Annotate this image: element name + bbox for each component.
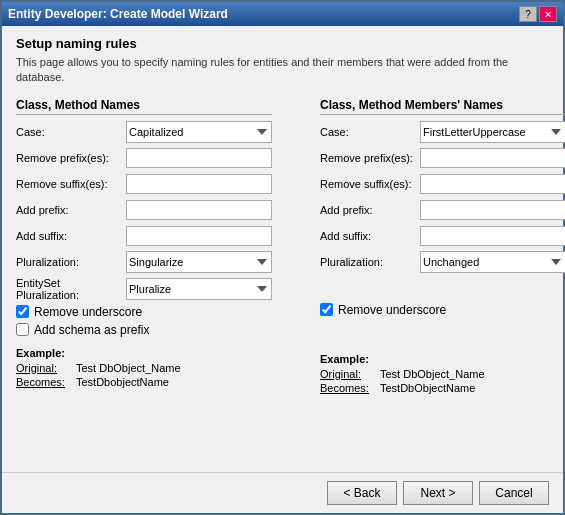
left-column-title: Class, Method Names (16, 98, 272, 115)
left-remove-prefix-label: Remove prefix(es): (16, 152, 126, 164)
left-remove-prefix-row: Remove prefix(es): (16, 147, 272, 169)
right-remove-underscore-label[interactable]: Remove underscore (338, 303, 446, 317)
right-remove-suffix-label: Remove suffix(es): (320, 178, 420, 190)
content-area: Setup naming rules This page allows you … (2, 26, 563, 472)
right-pluralization-select[interactable]: Unchanged Singularize Pluralize (420, 251, 565, 273)
right-add-suffix-label: Add suffix: (320, 230, 420, 242)
right-column-title: Class, Method Members' Names (320, 98, 565, 115)
right-remove-suffix-input[interactable] (420, 174, 565, 194)
right-add-prefix-input[interactable] (420, 200, 565, 220)
back-button[interactable]: < Back (327, 481, 397, 505)
right-original-value: Test DbObject_Name (380, 368, 485, 380)
left-entityset-row: EntitySet Pluralization: Pluralize Singu… (16, 277, 272, 301)
left-remove-underscore-checkbox[interactable] (16, 305, 29, 318)
right-add-suffix-row: Add suffix: (320, 225, 565, 247)
left-remove-suffix-label: Remove suffix(es): (16, 178, 126, 190)
left-add-prefix-input[interactable] (126, 200, 272, 220)
right-add-prefix-label: Add prefix: (320, 204, 420, 216)
left-add-prefix-row: Add prefix: (16, 199, 272, 221)
left-example-label: Example: (16, 347, 272, 359)
right-add-prefix-row: Add prefix: (320, 199, 565, 221)
right-becomes-row: Becomes: TestDbObjectName (320, 382, 565, 394)
right-original-key: Original: (320, 368, 380, 380)
close-button[interactable]: ✕ (539, 6, 557, 22)
cancel-button[interactable]: Cancel (479, 481, 549, 505)
window-title: Entity Developer: Create Model Wizard (8, 7, 228, 21)
left-original-key: Original: (16, 362, 76, 374)
left-add-schema-checkbox[interactable] (16, 323, 29, 336)
right-remove-prefix-row: Remove prefix(es): (320, 147, 565, 169)
left-becomes-row: Becomes: TestDbobjectName (16, 376, 272, 388)
right-spacer2 (320, 321, 565, 347)
columns-container: Class, Method Names Case: Capitalized Up… (16, 98, 549, 462)
left-add-schema-row: Add schema as prefix (16, 323, 272, 337)
footer: < Back Next > Cancel (2, 472, 563, 513)
page-description: This page allows you to specify naming r… (16, 55, 549, 86)
left-remove-suffix-input[interactable] (126, 174, 272, 194)
right-remove-suffix-row: Remove suffix(es): (320, 173, 565, 195)
left-case-row: Case: Capitalized Uppercase Lowercase Fi… (16, 121, 272, 143)
left-add-suffix-label: Add suffix: (16, 230, 126, 242)
right-case-row: Case: FirstLetterUppercase Capitalized U… (320, 121, 565, 143)
left-remove-underscore-row: Remove underscore (16, 305, 272, 319)
right-case-select[interactable]: FirstLetterUppercase Capitalized Upperca… (420, 121, 565, 143)
left-add-schema-label[interactable]: Add schema as prefix (34, 323, 149, 337)
help-button[interactable]: ? (519, 6, 537, 22)
right-remove-prefix-label: Remove prefix(es): (320, 152, 420, 164)
right-pluralization-row: Pluralization: Unchanged Singularize Plu… (320, 251, 565, 273)
right-pluralization-label: Pluralization: (320, 256, 420, 268)
right-becomes-key: Becomes: (320, 382, 380, 394)
right-becomes-value: TestDbObjectName (380, 382, 475, 394)
left-add-suffix-input[interactable] (126, 226, 272, 246)
title-bar-buttons: ? ✕ (519, 6, 557, 22)
right-remove-underscore-checkbox[interactable] (320, 303, 333, 316)
left-pluralization-select[interactable]: Singularize Pluralize Unchanged (126, 251, 272, 273)
title-bar: Entity Developer: Create Model Wizard ? … (2, 2, 563, 26)
left-entityset-select[interactable]: Pluralize Singularize Unchanged (126, 278, 272, 300)
left-add-suffix-row: Add suffix: (16, 225, 272, 247)
left-case-label: Case: (16, 126, 126, 138)
right-example-section: Example: Original: Test DbObject_Name Be… (320, 353, 565, 396)
left-case-select[interactable]: Capitalized Uppercase Lowercase FirstLet… (126, 121, 272, 143)
right-add-suffix-input[interactable] (420, 226, 565, 246)
left-original-value: Test DbObject_Name (76, 362, 181, 374)
left-pluralization-label: Pluralization: (16, 256, 126, 268)
right-remove-underscore-row: Remove underscore (320, 303, 565, 317)
left-example-section: Example: Original: Test DbObject_Name Be… (16, 347, 272, 390)
left-entityset-label: EntitySet Pluralization: (16, 277, 126, 301)
right-case-label: Case: (320, 126, 420, 138)
left-remove-prefix-input[interactable] (126, 148, 272, 168)
right-remove-prefix-input[interactable] (420, 148, 565, 168)
left-becomes-value: TestDbobjectName (76, 376, 169, 388)
right-column: Class, Method Members' Names Case: First… (320, 98, 565, 462)
page-title: Setup naming rules (16, 36, 549, 51)
left-remove-underscore-label[interactable]: Remove underscore (34, 305, 142, 319)
left-pluralization-row: Pluralization: Singularize Pluralize Unc… (16, 251, 272, 273)
right-example-label: Example: (320, 353, 565, 365)
left-remove-suffix-row: Remove suffix(es): (16, 173, 272, 195)
right-spacer (320, 277, 565, 303)
left-original-row: Original: Test DbObject_Name (16, 362, 272, 374)
left-becomes-key: Becomes: (16, 376, 76, 388)
main-window: Entity Developer: Create Model Wizard ? … (0, 0, 565, 515)
right-original-row: Original: Test DbObject_Name (320, 368, 565, 380)
left-add-prefix-label: Add prefix: (16, 204, 126, 216)
left-column: Class, Method Names Case: Capitalized Up… (16, 98, 272, 462)
next-button[interactable]: Next > (403, 481, 473, 505)
